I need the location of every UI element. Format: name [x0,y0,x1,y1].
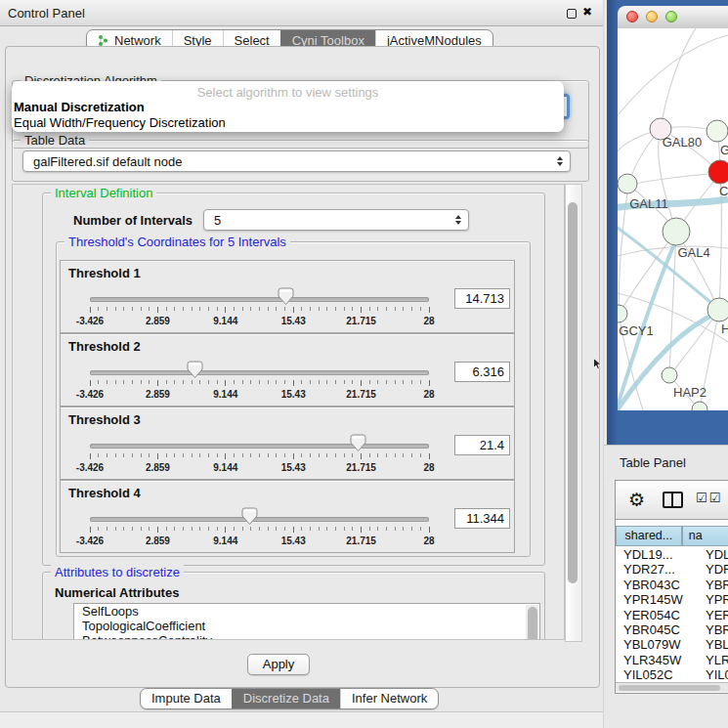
threshold-value-field[interactable]: 14.713 [454,288,510,309]
tick-mark [386,453,387,457]
network-canvas[interactable]: GAL80GACGAL11GAL4GCY1HHAP2 [618,28,728,410]
table-row[interactable]: YBR045CYBR0 [616,622,728,637]
tick-mark [429,453,430,459]
table-row[interactable]: YER054CYER0 [616,608,728,622]
threshold-label: Threshold 2 [68,339,141,354]
slider-track[interactable] [90,297,429,302]
tick-label: 28 [400,535,458,546]
tick-label: 28 [400,389,458,400]
thresholds-group-title: Threshold's Coordinates for 5 Intervals [64,235,290,249]
zoom-traffic-light-icon[interactable] [665,11,677,22]
tick-mark [250,453,251,457]
network-node [662,367,677,383]
algorithm-dropdown-menu: Select algorithm to view settings Manual… [12,81,564,132]
number-of-intervals-combobox[interactable]: 5 [203,209,469,231]
numerical-attributes-list[interactable]: SelfLoopsTopologicalCoefficientBetweenne… [73,603,540,640]
attributes-group: Attributes to discretize Numerical Attri… [42,572,545,640]
menu-item-manual-discretization[interactable]: Manual Discretization [14,100,145,114]
tick-mark [149,453,150,457]
network-edge [618,35,728,115]
attribute-item-selfloops[interactable]: SelfLoops [74,604,539,619]
table-row[interactable]: YIL052CYIL0 [616,667,728,682]
list-scrollbar[interactable] [526,605,538,640]
tick-label: 21.715 [332,535,391,546]
tick-mark [174,307,175,311]
table-row[interactable]: YBL079WYBL0 [616,637,728,652]
interval-definition-group: Interval Definition Number of Intervals … [42,193,545,566]
tick-mark [369,453,370,457]
split-column-icon[interactable] [663,492,683,508]
tick-mark [242,527,243,531]
tick-mark [199,453,200,457]
combo-arrows-icon [455,215,461,225]
close-icon[interactable]: ✖ [582,5,592,19]
vertical-scrollbar[interactable] [565,184,582,642]
horizontal-scrollbar[interactable] [616,682,728,692]
tick-mark [377,453,378,457]
tick-mark [429,380,430,386]
tick-mark [259,307,260,311]
tick-mark [174,527,175,531]
tick-mark [149,307,150,311]
tick-mark [276,527,277,531]
apply-button[interactable]: Apply [247,654,310,675]
tick-mark [268,527,269,531]
slider-track[interactable] [90,370,429,375]
tab-infer-network[interactable]: Infer Network [340,689,438,708]
tick-label: 21.715 [332,389,391,400]
tick-mark [268,307,269,311]
tick-mark [344,453,345,457]
close-traffic-light-icon[interactable] [626,11,638,22]
column-header-shared[interactable]: shared... [616,526,682,546]
table-row[interactable]: YPR145WYPR1 [616,592,728,607]
list-scrollbar-thumb[interactable] [528,607,537,640]
slider-thumb[interactable] [187,361,203,379]
menu-item-equal-width-frequency[interactable]: Equal Width/Frequency Discretization [14,115,226,130]
tick-mark [208,453,209,457]
threshold-box-2: Threshold 2-3.4262.8599.14415.4321.71528… [60,333,515,407]
table-row[interactable]: YDR27...YDR2 [616,562,728,577]
tick-mark [225,380,226,386]
threshold-value-field[interactable]: 21.4 [454,435,510,455]
tick-mark [301,380,302,384]
slider-thumb[interactable] [350,434,366,452]
tick-mark [369,307,370,311]
tick-mark [386,527,387,531]
tick-mark [301,453,302,457]
checkbox-icons[interactable]: ☑☑ [696,491,722,505]
tick-mark [411,527,412,531]
threshold-value-field[interactable]: 11.344 [454,508,510,529]
attribute-item-topologicalcoefficient[interactable]: TopologicalCoefficient [74,619,539,633]
cell-shared-name: YBL079W [616,637,706,652]
slider-thumb[interactable] [241,507,258,526]
slider-track[interactable] [90,444,429,449]
horizontal-scrollbar-thumb[interactable] [619,685,720,691]
float-window-icon[interactable] [567,9,577,19]
threshold-value-field[interactable]: 6.316 [454,362,510,382]
attribute-item-betweennesscentrality[interactable]: BetweennessCentrality [74,633,539,640]
vertical-scrollbar-thumb[interactable] [568,202,578,583]
gear-icon[interactable]: ⚙ [628,489,645,510]
tick-mark [90,527,91,533]
tab-impute-data[interactable]: Impute Data [141,689,232,708]
tick-mark [268,380,269,384]
tab-label: Discretize Data [243,689,329,708]
tick-mark [395,380,396,384]
slider-thumb[interactable] [278,287,294,306]
tick-mark [420,453,421,457]
column-header-na[interactable]: na [682,526,728,546]
table-row[interactable]: YBR043CYBR0 [616,578,728,592]
network-edge [620,232,676,313]
tab-discretize-data[interactable]: Discretize Data [232,689,340,708]
tick-mark [319,307,320,311]
minimize-traffic-light-icon[interactable] [646,11,658,22]
slider-track[interactable] [90,517,429,522]
table-data-combobox[interactable]: galFiltered.sif default node [22,150,571,172]
tick-mark [225,453,226,459]
table-row[interactable]: YDL19...YDL1 [616,547,728,562]
cell-name: YLR3 [706,653,728,667]
tick-mark [310,380,311,384]
cell-shared-name: YDR27... [616,562,706,577]
tick-mark [250,380,251,384]
table-row[interactable]: YLR345WYLR3 [616,653,728,667]
